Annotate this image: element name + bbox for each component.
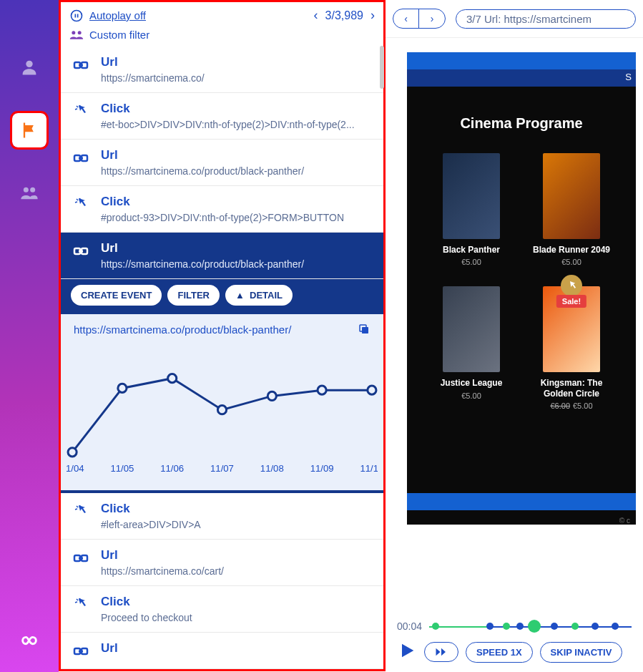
- skip-inactive-button[interactable]: SKIP INACTIV: [540, 642, 623, 663]
- player: 00:04 SPEED 1X SKIP INACTIV: [386, 610, 643, 672]
- timeline-marker[interactable]: [432, 623, 439, 630]
- filter-button[interactable]: FILTER: [167, 285, 220, 306]
- click-icon: [71, 503, 91, 520]
- panel-header: Autoplay off ‹ 3/3,989 ›: [61, 2, 383, 29]
- svg-point-7: [78, 31, 82, 34]
- nav-prev[interactable]: ‹: [393, 9, 419, 28]
- detail-button[interactable]: ▲ DETAIL: [225, 285, 293, 306]
- pager-next[interactable]: ›: [370, 8, 375, 23]
- svg-rect-17: [362, 327, 368, 333]
- copyright: © c: [619, 517, 630, 525]
- timeline-marker[interactable]: [486, 623, 494, 630]
- svg-text:11/09: 11/09: [310, 463, 334, 474]
- sale-badge: Sale!: [556, 295, 586, 308]
- event-detail: https://smartcinema.co/product/black-pan…: [101, 165, 373, 177]
- svg-text:11/05: 11/05: [110, 463, 134, 474]
- custom-filter[interactable]: Custom filter: [61, 26, 383, 47]
- svg-text:11/10: 11/10: [360, 463, 378, 474]
- timeline[interactable]: [429, 619, 632, 633]
- movie-poster: [443, 286, 500, 372]
- movie-card[interactable]: Black Panther€5.00: [428, 153, 514, 266]
- event-type: Click: [101, 195, 373, 209]
- skip-icon: [435, 647, 448, 657]
- event-url[interactable]: Urlhttps://smartcinema.co/: [61, 47, 383, 93]
- event-detail: https://smartcinema.co/product/black-pan…: [101, 258, 373, 270]
- event-detail: #left-area>DIV>DIV>A: [101, 519, 373, 530]
- event-detail: https://smartcinema.co/cart/: [101, 565, 373, 577]
- event-type: Url: [101, 641, 373, 656]
- svg-text:11/04: 11/04: [67, 463, 84, 474]
- timeline-marker[interactable]: [503, 623, 510, 630]
- movie-poster: [443, 153, 500, 239]
- skip-forward-button[interactable]: [424, 642, 458, 662]
- timeline-marker[interactable]: [551, 623, 558, 630]
- scrollbar[interactable]: [380, 46, 384, 89]
- movie-price: €5.00: [529, 258, 614, 266]
- link-icon: [71, 643, 91, 660]
- event-url[interactable]: Url: [61, 633, 383, 669]
- svg-point-29: [217, 406, 226, 414]
- event-actions: CREATE EVENTFILTER▲ DETAIL: [61, 279, 383, 311]
- timeline-marker[interactable]: [612, 623, 619, 630]
- timeline-marker[interactable]: [592, 623, 599, 630]
- event-click[interactable]: Click#left-area>DIV>DIV>A: [61, 493, 383, 540]
- timeline-marker[interactable]: [516, 623, 524, 630]
- play-button[interactable]: [397, 641, 417, 663]
- event-click[interactable]: Click#product-93>DIV>DIV:nth-of-type(2)>…: [61, 186, 383, 233]
- event-type: Click: [101, 102, 373, 116]
- cursor-icon: [561, 275, 582, 296]
- sidebar-item-infinity[interactable]: [12, 623, 46, 658]
- nav-next[interactable]: ›: [419, 9, 445, 28]
- speed-button[interactable]: SPEED 1X: [466, 642, 533, 663]
- svg-point-32: [368, 386, 376, 394]
- preview-panel: ‹ › 3/7 Url: https://smartcinem S Cinema…: [386, 0, 643, 672]
- topbar-letter: S: [625, 72, 632, 84]
- movie-grid: Black Panther€5.00Blade Runner 2049€5.00…: [428, 153, 614, 410]
- cinema-topbar: [407, 52, 636, 69]
- nav-pills: ‹ ›: [393, 9, 446, 29]
- svg-point-3: [72, 10, 82, 21]
- movie-title: Black Panther: [428, 245, 514, 255]
- pager-prev[interactable]: ‹: [314, 8, 318, 23]
- player-controls: SPEED 1X SKIP INACTIV: [397, 641, 632, 663]
- link-icon: [71, 243, 91, 260]
- cinema-topbar-dark: S: [407, 69, 636, 87]
- event-url[interactable]: Urlhttps://smartcinema.co/product/black-…: [61, 233, 383, 279]
- timeline-current[interactable]: [528, 620, 541, 633]
- event-type: Url: [101, 548, 373, 563]
- autoplay-toggle[interactable]: Autoplay off: [69, 9, 146, 23]
- event-type: Url: [101, 148, 373, 162]
- copy-icon[interactable]: [358, 323, 370, 336]
- event-detail: https://smartcinema.co/: [101, 72, 373, 84]
- click-icon: [71, 103, 91, 120]
- event-detail: Proceed to checkout: [101, 612, 373, 623]
- event-url[interactable]: Urlhttps://smartcinema.co/product/black-…: [61, 140, 383, 186]
- event-list[interactable]: Urlhttps://smartcinema.co/Click#et-boc>D…: [61, 47, 383, 669]
- timeline-marker[interactable]: [571, 623, 579, 630]
- timeline-row: 00:04: [397, 619, 632, 633]
- url-bar[interactable]: 3/7 Url: https://smartcinem: [456, 9, 636, 29]
- movie-card[interactable]: Blade Runner 2049€5.00: [529, 153, 614, 266]
- filter-label: Custom filter: [89, 29, 149, 41]
- events-panel: Autoplay off ‹ 3/3,989 › Custom filter U…: [59, 0, 386, 671]
- link-icon: [71, 550, 91, 567]
- movie-price: €5.00: [428, 258, 514, 266]
- event-click[interactable]: Click#et-boc>DIV>DIV>DIV:nth-of-type(2)>…: [61, 93, 383, 140]
- users-icon: [69, 29, 84, 41]
- create-event-button[interactable]: CREATE EVENT: [71, 285, 162, 306]
- movie-card[interactable]: Sale!Kingsman: The Golden Circle€6.00€5.…: [529, 286, 614, 410]
- sidebar-item-users[interactable]: [12, 176, 46, 210]
- link-icon: [71, 150, 91, 167]
- preview-header: ‹ › 3/7 Url: https://smartcinem: [386, 0, 643, 38]
- event-click[interactable]: ClickProceed to checkout: [61, 586, 383, 633]
- sidebar: [0, 0, 59, 672]
- skip-label: SKIP INACTIV: [551, 647, 612, 658]
- event-url[interactable]: Urlhttps://smartcinema.co/cart/: [61, 540, 383, 586]
- sidebar-item-user[interactable]: [12, 50, 46, 84]
- svg-point-2: [30, 188, 35, 193]
- sidebar-item-flag[interactable]: [12, 113, 46, 147]
- movie-card[interactable]: Justice League€5.00: [428, 286, 514, 410]
- movie-poster: [543, 153, 600, 239]
- pager-position: 3/3,989: [325, 9, 363, 22]
- movie-title: Kingsman: The Golden Circle: [529, 378, 614, 399]
